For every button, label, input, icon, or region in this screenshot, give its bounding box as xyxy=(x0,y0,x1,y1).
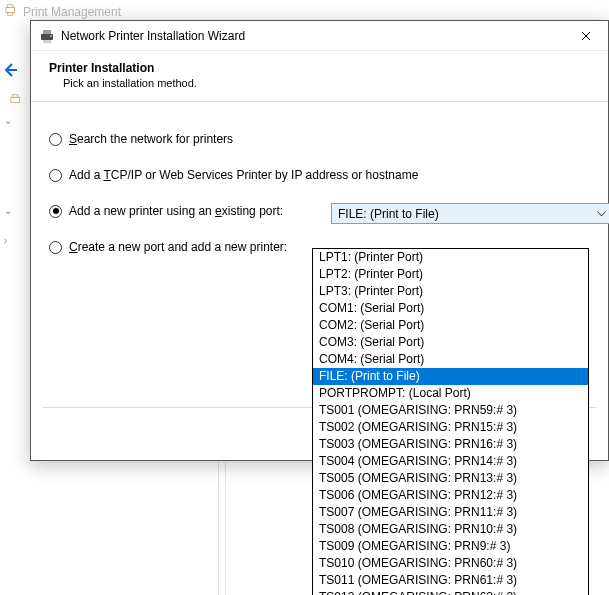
wizard-body: Search the network for printers Add a TC… xyxy=(31,102,608,254)
dropdown-item[interactable]: TS008 (OMEGARISING: PRN10:# 3) xyxy=(313,521,588,538)
dropdown-item[interactable]: TS006 (OMEGARISING: PRN12:# 3) xyxy=(313,487,588,504)
dropdown-item[interactable]: TS009 (OMEGARISING: PRN9:# 3) xyxy=(313,538,588,555)
tree-caret-icon: ⌄ xyxy=(4,205,12,216)
existing-port-combo[interactable]: FILE: (Print to File) xyxy=(331,203,609,224)
radio-label: Add a new printer using an existing port… xyxy=(69,204,283,218)
background-divider xyxy=(218,462,226,595)
radio-label: Search the network for printers xyxy=(69,132,233,146)
header-subtitle: Pick an installation method. xyxy=(49,77,590,89)
tree-caret-icon: ⌄ xyxy=(4,115,12,126)
port-dropdown-list[interactable]: LPT1: (Printer Port)LPT2: (Printer Port)… xyxy=(312,248,589,595)
svg-rect-2 xyxy=(8,13,13,16)
combo-value: FILE: (Print to File) xyxy=(338,207,439,221)
dropdown-item[interactable]: TS004 (OMEGARISING: PRN14:# 3) xyxy=(313,453,588,470)
app-backdrop: Print Management ⌄ ⌄ › Network Printer I… xyxy=(0,0,609,595)
dropdown-item[interactable]: TS003 (OMEGARISING: PRN16:# 3) xyxy=(313,436,588,453)
close-button[interactable] xyxy=(563,21,608,51)
titlebar: Network Printer Installation Wizard xyxy=(31,21,608,51)
chevron-down-icon xyxy=(597,211,606,217)
tree-caret-icon: › xyxy=(4,235,7,246)
radio-label: Create a new port and add a new printer: xyxy=(69,240,287,254)
svg-rect-3 xyxy=(11,97,20,102)
dropdown-item[interactable]: LPT3: (Printer Port) xyxy=(313,283,588,300)
dropdown-item[interactable]: TS002 (OMEGARISING: PRN15:# 3) xyxy=(313,419,588,436)
back-arrow-icon xyxy=(2,62,18,78)
radio-icon xyxy=(49,241,62,254)
dropdown-item[interactable]: TS012 (OMEGARISING: PRN62:# 3) xyxy=(313,589,588,595)
printer-tree-icon xyxy=(5,3,19,20)
dropdown-item[interactable]: TS007 (OMEGARISING: PRN11:# 3) xyxy=(313,504,588,521)
radio-icon xyxy=(49,133,62,146)
dropdown-item[interactable]: TS001 (OMEGARISING: PRN59:# 3) xyxy=(313,402,588,419)
dropdown-item[interactable]: COM2: (Serial Port) xyxy=(313,317,588,334)
wizard-header: Printer Installation Pick an installatio… xyxy=(31,51,608,95)
svg-rect-6 xyxy=(43,30,51,34)
dropdown-item[interactable]: COM1: (Serial Port) xyxy=(313,300,588,317)
radio-icon xyxy=(49,169,62,182)
background-window-title: Print Management xyxy=(5,3,121,20)
radio-existing-port[interactable]: Add a new printer using an existing port… xyxy=(49,204,590,218)
dropdown-item[interactable]: TS011 (OMEGARISING: PRN61:# 3) xyxy=(313,572,588,589)
dialog-title: Network Printer Installation Wizard xyxy=(61,29,563,43)
svg-rect-1 xyxy=(8,5,13,8)
close-icon xyxy=(581,28,591,44)
printer-node-icon xyxy=(10,93,24,110)
dropdown-item[interactable]: COM3: (Serial Port) xyxy=(313,334,588,351)
svg-rect-0 xyxy=(6,7,15,12)
svg-rect-4 xyxy=(13,95,18,98)
dropdown-item[interactable]: PORTPROMPT: (Local Port) xyxy=(313,385,588,402)
radio-icon xyxy=(49,205,62,218)
svg-rect-7 xyxy=(43,40,51,43)
header-title: Printer Installation xyxy=(49,61,590,75)
background-title-text: Print Management xyxy=(23,5,121,19)
background-left-pane: ⌄ ⌄ › xyxy=(0,20,30,595)
radio-tcpip[interactable]: Add a TCP/IP or Web Services Printer by … xyxy=(49,168,590,182)
printer-app-icon xyxy=(39,28,55,44)
radio-search-network[interactable]: Search the network for printers xyxy=(49,132,590,146)
dropdown-item[interactable]: LPT1: (Printer Port) xyxy=(313,249,588,266)
svg-point-8 xyxy=(50,35,52,37)
dropdown-item[interactable]: TS010 (OMEGARISING: PRN60:# 3) xyxy=(313,555,588,572)
dropdown-item[interactable]: TS005 (OMEGARISING: PRN13:# 3) xyxy=(313,470,588,487)
dropdown-item[interactable]: LPT2: (Printer Port) xyxy=(313,266,588,283)
svg-rect-5 xyxy=(41,34,53,40)
radio-label: Add a TCP/IP or Web Services Printer by … xyxy=(69,168,418,182)
dropdown-item[interactable]: FILE: (Print to File) xyxy=(313,368,588,385)
dropdown-item[interactable]: COM4: (Serial Port) xyxy=(313,351,588,368)
